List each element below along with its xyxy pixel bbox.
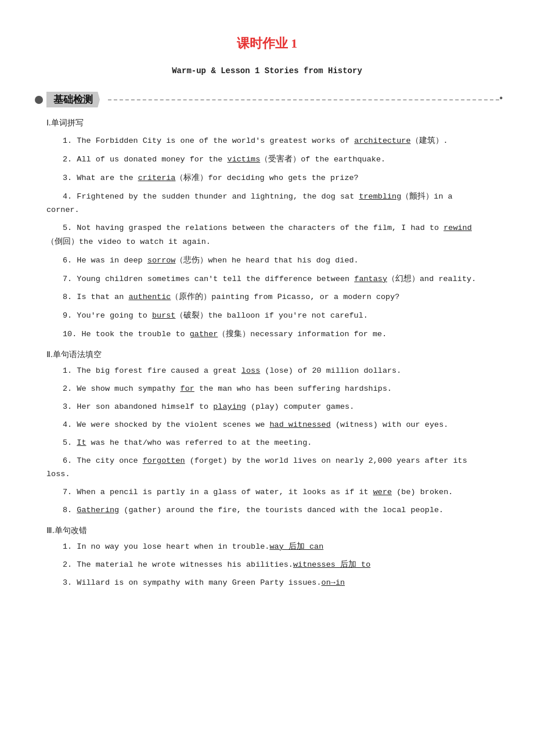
part-i-items: 1. The Forbidden City is one of the worl… [46, 134, 488, 341]
subtitle: Warm-up & Lesson 1 Stories from History [35, 66, 499, 75]
list-item: 8. Gathering (gather) around the fire, t… [46, 504, 488, 517]
list-item: 5. It was he that/who was referred to at… [46, 437, 488, 450]
part-ii-title: Ⅱ.单句语法填空 [46, 350, 488, 360]
section-header: 基础检测 [35, 92, 499, 107]
section-dot [35, 96, 43, 104]
part-iii-items: 1. In no way you lose heart when in trou… [46, 541, 488, 590]
part-ii-items: 1. The big forest fire caused a great lo… [46, 365, 488, 517]
list-item: 2. All of us donated money for the victi… [46, 153, 488, 167]
section-label: 基础检测 [46, 92, 100, 107]
list-item: 5. Not having grasped the relations betw… [46, 222, 488, 249]
list-item: 4. Frightened by the sudden thunder and … [46, 190, 488, 217]
list-item: 2. We show much sympathy for the man who… [46, 383, 488, 396]
part-i-title: Ⅰ.单词拼写 [46, 118, 488, 128]
list-item: 1. The Forbidden City is one of the worl… [46, 134, 488, 148]
list-item: 6. The city once forgotten (forget) by t… [46, 455, 488, 481]
list-item: 3. Her son abandoned himself to playing … [46, 401, 488, 414]
list-item: 9. You're going to burst（破裂）the balloon … [46, 309, 488, 323]
list-item: 7. Young children sometimes can't tell t… [46, 272, 488, 286]
list-item: 6. He was in deep sorrow（悲伤）when he hear… [46, 254, 488, 268]
list-item: 3. Willard is on sympathy with many Gree… [46, 577, 488, 590]
list-item: 2. The material he wrote witnesses his a… [46, 559, 488, 572]
list-item: 3. What are the criteria（标准）for deciding… [46, 171, 488, 185]
section-dashes [108, 99, 499, 100]
list-item: 10. He took the trouble to gather（搜集）nec… [46, 327, 488, 341]
list-item: 4. We were shocked by the violent scenes… [46, 419, 488, 432]
part-iii-title: Ⅲ.单句改错 [46, 525, 488, 536]
list-item: 1. The big forest fire caused a great lo… [46, 365, 488, 378]
page-title: 课时作业 1 [35, 35, 499, 52]
list-item: 7. When a pencil is partly in a glass of… [46, 486, 488, 499]
list-item: 1. In no way you lose heart when in trou… [46, 541, 488, 554]
content-area: Ⅰ.单词拼写 1. The Forbidden City is one of t… [35, 118, 499, 590]
list-item: 8. Is that an authentic（原作的）painting fro… [46, 290, 488, 304]
